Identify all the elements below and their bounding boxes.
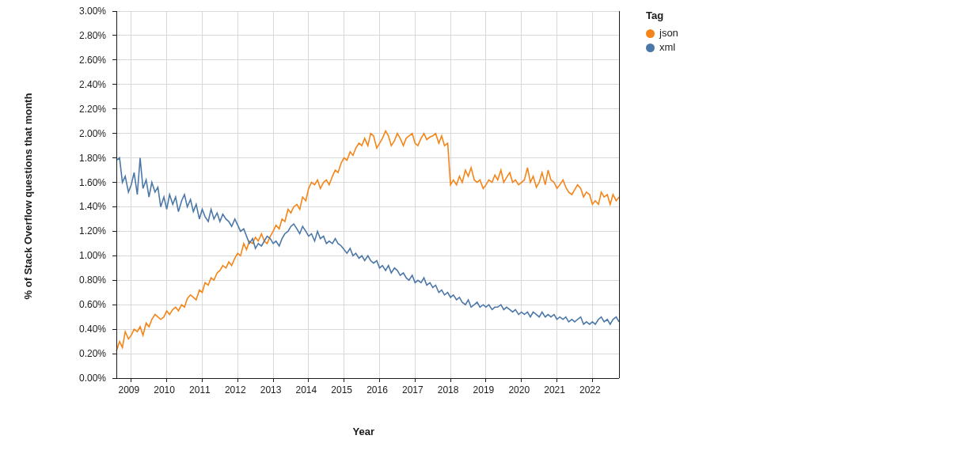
y-tick-label: 0.20%: [0, 348, 106, 359]
y-tick-label: 1.80%: [0, 153, 106, 164]
x-tick-label: 2017: [402, 384, 424, 396]
y-tick-label: 2.20%: [0, 104, 106, 115]
y-tick-label: 1.20%: [0, 225, 106, 237]
x-tick-label: 2016: [367, 384, 388, 396]
y-tick-label: 2.00%: [0, 128, 106, 139]
legend-title: Tag: [646, 9, 678, 21]
y-tick-label: 0.60%: [0, 299, 106, 310]
legend-label: xml: [659, 40, 675, 55]
x-tick-label: 2009: [118, 384, 139, 396]
x-tick-label: 2018: [438, 384, 459, 396]
y-tick-label: 2.40%: [0, 79, 106, 90]
x-tick-label: 2010: [154, 384, 175, 396]
x-axis-title: Year: [353, 426, 374, 437]
y-tick-label: 2.80%: [0, 30, 106, 41]
y-tick-label: 1.40%: [0, 201, 106, 212]
y-axis-title: % of Stack Overflow questions that month: [22, 93, 34, 300]
y-tick-label: 0.80%: [0, 274, 106, 286]
legend-label: json: [659, 26, 678, 40]
x-tick-label: 2022: [579, 384, 601, 396]
x-tick-label: 2013: [260, 384, 282, 396]
legend-item-json[interactable]: json: [646, 26, 678, 40]
plot-area: [109, 11, 622, 384]
x-tick-label: 2014: [296, 384, 317, 396]
x-tick-label: 2021: [544, 384, 565, 396]
legend: Tag jsonxml: [646, 9, 678, 55]
x-tick-label: 2011: [189, 384, 211, 396]
series-xml: [116, 158, 619, 324]
x-tick-label: 2020: [508, 384, 530, 396]
chart-frame: % of Stack Overflow questions that month…: [0, 0, 980, 458]
x-tick-label: 2012: [225, 384, 246, 396]
y-tick-label: 2.60%: [0, 55, 106, 66]
x-tick-label: 2015: [331, 384, 352, 396]
y-tick-label: 1.00%: [0, 250, 106, 261]
y-tick-label: 3.00%: [0, 6, 106, 17]
legend-item-xml[interactable]: xml: [646, 40, 678, 55]
y-tick-label: 0.40%: [0, 324, 106, 335]
x-tick-label: 2019: [473, 384, 495, 396]
y-tick-label: 1.60%: [0, 177, 106, 188]
series-json: [116, 131, 619, 351]
legend-swatch: [646, 29, 655, 38]
y-tick-label: 0.00%: [0, 373, 106, 384]
legend-swatch: [646, 44, 655, 52]
